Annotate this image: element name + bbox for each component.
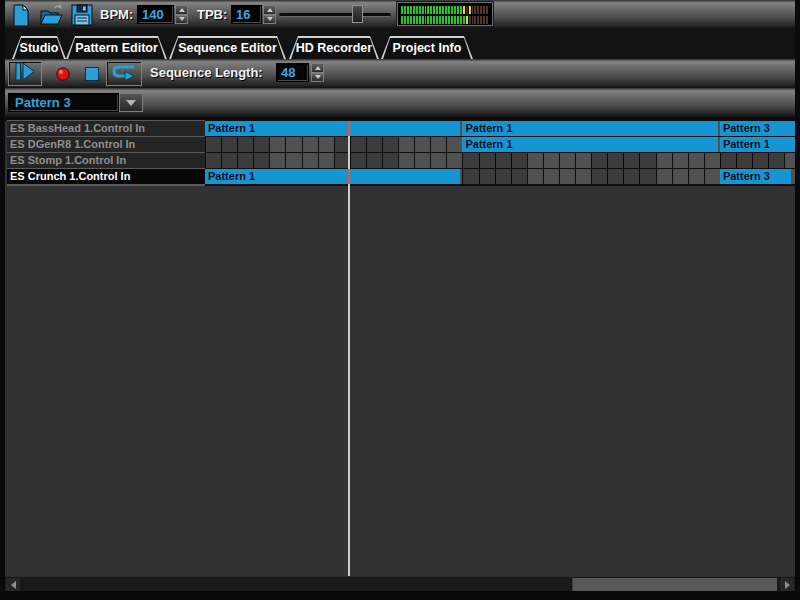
pattern-segment[interactable]: Pattern 1 [205,121,460,136]
track-row[interactable]: Pattern 1Pattern 3 [205,169,795,184]
tab-sequence-editor[interactable]: Sequence Editor [169,36,286,59]
scrollbar-thumb[interactable] [572,578,777,591]
pattern-segment[interactable]: Pattern 1 [205,169,460,184]
vu-segment [466,16,468,24]
sequence-length-field[interactable]: 48 [276,63,309,82]
sequence-length-spinner[interactable] [311,63,324,82]
track-label[interactable]: ES Crunch 1.Control In [7,169,205,184]
loop-arrow-icon [110,61,138,87]
vu-segment [477,6,479,14]
vu-segment [419,6,421,14]
vu-segment [463,16,465,24]
playhead-on-pattern [348,169,350,184]
vu-segment [410,6,412,14]
main-toolbar: BPM: 140 TPB: 16 [0,0,800,30]
tab-studio[interactable]: Studio [12,36,66,59]
vu-segment [483,16,485,24]
triangle-up-icon [267,8,273,12]
slider-track[interactable] [279,13,391,17]
master-slider[interactable] [279,4,391,25]
track-label[interactable]: ES BassHead 1.Control In [7,121,205,136]
bpm-spin-down-button[interactable] [175,15,188,25]
tab-label: HD Recorder [289,38,379,59]
vu-segment [442,16,444,24]
vu-segment [407,6,409,14]
triangle-up-icon [315,66,321,70]
vu-segment [466,6,468,14]
horizontal-scrollbar[interactable] [5,576,795,592]
open-file-button[interactable] [38,2,64,28]
seq-spin-up-button[interactable] [311,63,324,73]
track-row[interactable] [205,153,795,168]
pattern-segment[interactable]: Pattern 1 [462,121,717,136]
vu-segment [430,16,432,24]
vu-segment [425,6,427,14]
vu-segment [474,6,476,14]
track-row[interactable]: Pattern 1Pattern 1 [205,137,795,152]
tab-project-info[interactable]: Project Info [381,36,473,59]
vu-segment [407,16,409,24]
record-icon [53,70,73,87]
new-file-button[interactable] [9,3,33,27]
tpb-spinner[interactable] [263,5,276,24]
vu-segment [430,6,432,14]
tpb-spin-down-button[interactable] [263,15,276,25]
vu-segment [457,6,459,14]
window-border-right [795,0,800,600]
vu-segment [451,16,453,24]
pattern-toolbar: Pattern 3 [0,88,800,118]
tpb-spin-up-button[interactable] [263,5,276,15]
scroll-left-button[interactable] [6,578,20,591]
play-button[interactable] [8,61,42,86]
main-tab-bar: Studio Pattern Editor Sequence Editor HD… [0,29,800,59]
vu-segment [433,6,435,14]
transport-toolbar: Sequence Length: 48 [0,59,800,89]
vu-meter-row [401,6,489,14]
seq-spin-down-button[interactable] [311,73,324,83]
vu-segment [472,6,474,14]
vu-segment [410,16,412,24]
pattern-segment[interactable]: Pattern 3 [720,169,791,184]
scroll-right-button[interactable] [780,578,794,591]
bpm-label: BPM: [100,7,133,22]
tab-label: Project Info [381,38,473,59]
vu-segment [460,16,462,24]
pattern-select-dropdown-button[interactable] [119,93,143,112]
vu-segment [445,16,447,24]
vu-meter-row [401,16,489,24]
vu-segment [419,16,421,24]
bpm-spinner[interactable] [175,5,188,24]
vu-segment [401,6,403,14]
pattern-segment[interactable]: Pattern 3 [720,121,795,136]
stop-button[interactable] [82,64,102,84]
track-label[interactable]: ES DGenR8 1.Control In [7,137,205,152]
tpb-field[interactable]: 16 [231,5,262,24]
record-button[interactable] [53,64,73,84]
slider-handle[interactable] [352,5,363,23]
vu-segment [486,6,488,14]
stop-icon [82,70,102,87]
playhead-line [348,121,350,576]
tab-hd-recorder[interactable]: HD Recorder [289,36,379,59]
vu-segment [436,16,438,24]
tab-pattern-editor[interactable]: Pattern Editor [66,36,167,59]
vu-segment [439,16,441,24]
vu-segment [454,6,456,14]
bpm-field[interactable]: 140 [137,5,174,24]
pattern-segment[interactable]: Pattern 1 [720,137,795,152]
vu-segment [425,16,427,24]
vu-meter [397,2,493,26]
tab-label: Sequence Editor [169,38,286,59]
pattern-segment[interactable]: Pattern 1 [462,137,717,152]
bpm-spin-up-button[interactable] [175,5,188,15]
track-label[interactable]: ES Stomp 1.Control In [7,153,205,168]
tpb-label: TPB: [197,7,227,22]
save-file-button[interactable] [70,3,94,27]
vu-segment [451,6,453,14]
loop-button[interactable] [106,61,142,86]
track-row[interactable]: Pattern 1Pattern 1Pattern 3 [205,121,795,136]
vu-segment [483,6,485,14]
vu-segment [422,6,424,14]
triangle-down-icon [179,17,185,21]
pattern-select-value[interactable]: Pattern 3 [8,93,119,112]
